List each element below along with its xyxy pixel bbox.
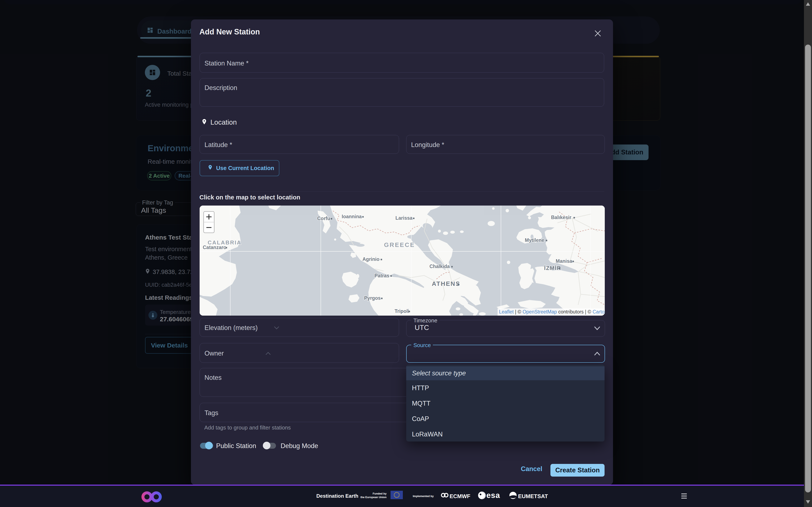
- svg-text:Manisa: Manisa: [556, 258, 572, 264]
- svg-text:Leaflet | © OpenStreetMap cont: Leaflet | © OpenStreetMap contributors |…: [499, 309, 605, 315]
- svg-text:Ioannina: Ioannina: [342, 214, 362, 219]
- svg-text:Larissa: Larissa: [395, 215, 413, 221]
- svg-text:Balıkesir: Balıkesir: [551, 215, 571, 220]
- svg-text:İZMİR: İZMİR: [544, 265, 561, 271]
- svg-text:ATHENS: ATHENS: [432, 280, 460, 287]
- svg-text:GREECE: GREECE: [384, 241, 415, 248]
- svg-text:Mytilene: Mytilene: [525, 237, 544, 243]
- svg-text:Chalkida: Chalkida: [429, 264, 450, 269]
- svg-text:Pyrgos: Pyrgos: [364, 295, 380, 301]
- svg-text:Catanzaro: Catanzaro: [203, 245, 226, 250]
- svg-text:Corfu: Corfu: [317, 216, 330, 221]
- svg-text:Agrinio: Agrinio: [362, 257, 379, 262]
- svg-text:Patras: Patras: [374, 273, 389, 278]
- svg-text:Tripoli: Tripoli: [395, 308, 409, 314]
